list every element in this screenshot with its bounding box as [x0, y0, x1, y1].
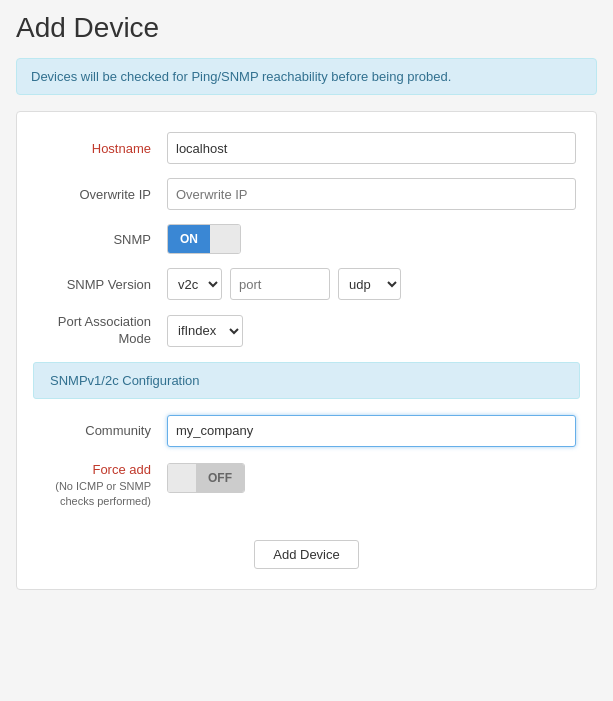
- community-label: Community: [37, 423, 167, 438]
- snmp-on-label: ON: [168, 225, 210, 253]
- hostname-row: Hostname: [17, 132, 596, 164]
- snmp-version-label: SNMP Version: [37, 277, 167, 292]
- info-banner: Devices will be checked for Ping/SNMP re…: [16, 58, 597, 95]
- port-input[interactable]: [230, 268, 330, 300]
- snmp-toggle[interactable]: ON: [167, 224, 241, 254]
- submit-row: Add Device: [17, 524, 596, 579]
- add-device-form: Hostname Overwrite IP SNMP ON SNMP Versi…: [16, 111, 597, 590]
- force-add-row: Force add (No ICMP or SNMP checks perfor…: [17, 461, 596, 510]
- overwrite-ip-label: Overwrite IP: [37, 187, 167, 202]
- community-row: Community: [17, 415, 596, 447]
- snmp-version-select[interactable]: v1 v2c v3: [167, 268, 222, 300]
- force-add-sub-label: (No ICMP or SNMP checks performed): [37, 479, 151, 510]
- snmp-off-area: [210, 225, 240, 253]
- page-title: Add Device: [16, 12, 597, 44]
- port-association-label: Port Association Mode: [37, 314, 167, 348]
- snmp-label: SNMP: [37, 232, 167, 247]
- force-add-off-label: OFF: [196, 464, 244, 492]
- add-device-button[interactable]: Add Device: [254, 540, 358, 569]
- port-association-row: Port Association Mode ifIndex ifName ifD…: [17, 314, 596, 348]
- overwrite-ip-input[interactable]: [167, 178, 576, 210]
- snmp-toggle-wrapper: ON: [167, 224, 241, 254]
- snmp-version-row: SNMP Version v1 v2c v3 udp tcp udp6 tcp6: [17, 268, 596, 300]
- snmp-version-controls: v1 v2c v3 udp tcp udp6 tcp6: [167, 268, 401, 300]
- force-add-toggle[interactable]: OFF: [167, 463, 245, 493]
- port-association-select[interactable]: ifIndex ifName ifDescr ifAlias: [167, 315, 243, 347]
- snmpv1-2c-section-header: SNMPv1/2c Configuration: [33, 362, 580, 399]
- hostname-input[interactable]: [167, 132, 576, 164]
- community-input[interactable]: [167, 415, 576, 447]
- transport-select[interactable]: udp tcp udp6 tcp6: [338, 268, 401, 300]
- hostname-label: Hostname: [37, 141, 167, 156]
- force-add-label-block: Force add (No ICMP or SNMP checks perfor…: [37, 461, 167, 510]
- snmp-row: SNMP ON: [17, 224, 596, 254]
- force-add-off-area: [168, 464, 196, 492]
- force-add-main-label: Force add: [37, 461, 151, 479]
- overwrite-ip-row: Overwrite IP: [17, 178, 596, 210]
